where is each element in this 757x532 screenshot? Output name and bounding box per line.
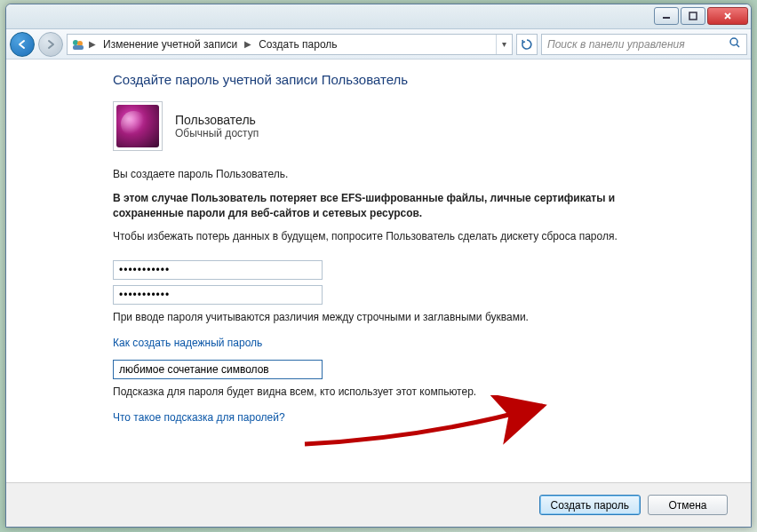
- page-title: Создайте пароль учетной записи Пользоват…: [113, 72, 729, 87]
- create-password-button[interactable]: Создать пароль: [539, 495, 641, 515]
- new-password-input[interactable]: [113, 260, 323, 280]
- control-panel-window: ▶ Изменение учетной записи ▶ Создать пар…: [5, 4, 752, 528]
- content-area: Создайте пароль учетной записи Пользоват…: [6, 60, 751, 482]
- info-text: Вы создаете пароль Пользователь.: [113, 167, 664, 182]
- address-bar[interactable]: ▶ Изменение учетной записи ▶ Создать пар…: [67, 34, 513, 55]
- chevron-right-icon: ▶: [243, 39, 253, 49]
- hint-note: Подсказка для пароля будет видна всем, к…: [113, 385, 664, 400]
- user-meta: Пользователь Обычный доступ: [175, 113, 259, 139]
- breadcrumb-item[interactable]: Создать пароль: [255, 38, 340, 51]
- search-input[interactable]: Поиск в панели управления: [541, 34, 747, 55]
- back-button[interactable]: [10, 32, 35, 57]
- svg-rect-0: [663, 17, 670, 19]
- search-placeholder: Поиск в панели управления: [547, 38, 685, 51]
- titlebar: [6, 4, 751, 29]
- maximize-button[interactable]: [681, 7, 705, 25]
- refresh-button[interactable]: [516, 34, 538, 55]
- user-role: Обычный доступ: [175, 127, 259, 139]
- case-note: При вводе пароля учитываются различия ме…: [113, 310, 664, 325]
- confirm-password-input[interactable]: [113, 285, 323, 305]
- avatar: [113, 101, 163, 151]
- password-hint-input[interactable]: [113, 360, 323, 379]
- address-dropdown[interactable]: ▾: [496, 35, 512, 54]
- user-accounts-icon: [71, 37, 85, 52]
- svg-line-6: [737, 44, 739, 47]
- strong-password-link[interactable]: Как создать надежный пароль: [113, 337, 262, 349]
- user-name: Пользователь: [175, 113, 259, 127]
- minimize-button[interactable]: [654, 7, 679, 25]
- cancel-button[interactable]: Отмена: [648, 495, 728, 515]
- svg-point-5: [730, 38, 737, 45]
- svg-point-2: [73, 40, 78, 45]
- warning-text: В этом случае Пользователь потеряет все …: [113, 191, 664, 221]
- close-button[interactable]: [707, 7, 748, 25]
- search-icon[interactable]: [729, 36, 741, 52]
- breadcrumb-item[interactable]: Изменение учетной записи: [100, 38, 241, 51]
- user-info: Пользователь Обычный доступ: [113, 101, 729, 151]
- svg-rect-4: [73, 45, 84, 50]
- chevron-right-icon: ▶: [87, 39, 98, 49]
- footer: Создать пароль Отмена: [6, 482, 751, 527]
- hint-help-link[interactable]: Что такое подсказка для паролей?: [113, 411, 285, 424]
- navbar: ▶ Изменение учетной записи ▶ Создать пар…: [6, 29, 751, 60]
- forward-button[interactable]: [38, 32, 63, 57]
- svg-rect-1: [689, 12, 697, 20]
- info-text: Чтобы избежать потерь данных в будущем, …: [113, 229, 664, 244]
